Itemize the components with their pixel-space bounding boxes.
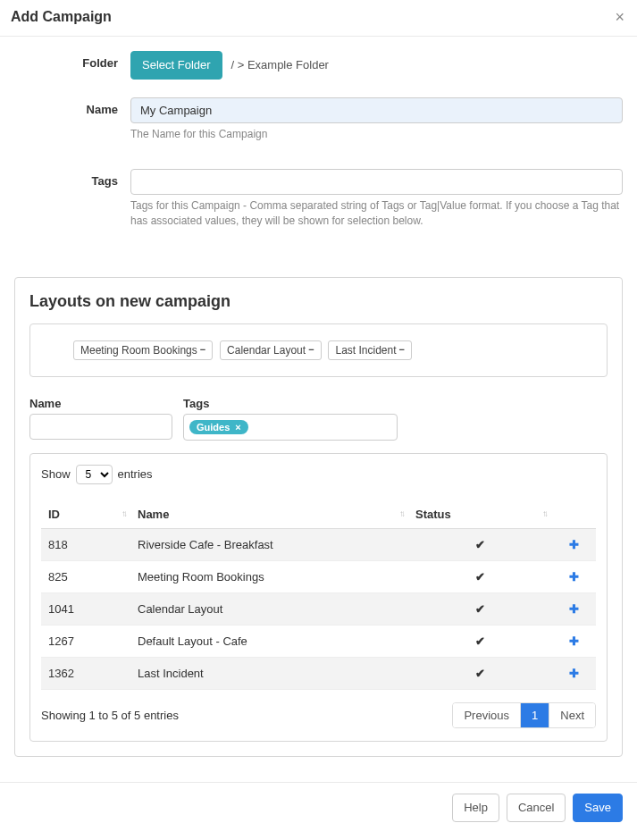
selected-chip[interactable]: Meeting Room Bookings − — [73, 340, 213, 360]
chip-label: Last Incident — [335, 344, 396, 357]
table-info: Showing 1 to 5 of 5 entries — [41, 709, 179, 722]
modal-body: Folder Select Folder / > Example Folder … — [0, 37, 637, 762]
plus-icon[interactable]: ✚ — [569, 667, 579, 680]
table-footer: Showing 1 to 5 of 5 entries Previous 1 N… — [41, 702, 596, 728]
name-label: Name — [14, 97, 130, 155]
cell-id: 1041 — [41, 592, 130, 625]
selected-layouts: Meeting Room Bookings − Calendar Layout … — [29, 323, 608, 377]
cell-name: Riverside Cafe - Breakfast — [130, 528, 408, 560]
name-help: The Name for this Campaign — [130, 127, 623, 142]
minus-icon[interactable]: − — [399, 345, 405, 355]
cell-add: ✚ — [551, 592, 596, 625]
close-icon[interactable]: × — [615, 9, 624, 25]
col-id-label: ID — [48, 508, 60, 521]
col-status[interactable]: Status ↑↓ — [408, 500, 551, 529]
table-row: 1267Default Layout - Cafe✔✚ — [41, 625, 596, 657]
tag-pill[interactable]: Guides × — [189, 420, 248, 434]
filter-name-label: Name — [29, 397, 172, 410]
folder-label: Folder — [14, 51, 130, 80]
sort-icon: ↑↓ — [122, 511, 125, 517]
cell-name: Calendar Layout — [130, 592, 408, 625]
help-button[interactable]: Help — [452, 794, 499, 822]
tags-input[interactable] — [130, 169, 623, 195]
col-status-label: Status — [415, 508, 451, 521]
folder-control: Select Folder / > Example Folder — [130, 51, 623, 80]
filter-row: Name Tags Guides × — [29, 397, 608, 441]
selected-chip[interactable]: Calendar Layout − — [220, 340, 322, 360]
cell-name: Last Incident — [130, 657, 408, 689]
layouts-panel-title: Layouts on new campaign — [29, 292, 608, 311]
folder-breadcrumb: / > Example Folder — [230, 58, 328, 71]
table-panel: Show 5 entries ID ↑↓ Name ↑↓ — [29, 453, 608, 742]
table-row: 818Riverside Cafe - Breakfast✔✚ — [41, 528, 596, 560]
length-select[interactable]: 5 — [76, 465, 113, 484]
tags-label: Tags — [14, 169, 130, 241]
plus-icon[interactable]: ✚ — [569, 634, 579, 648]
folder-row: Folder Select Folder / > Example Folder — [14, 51, 623, 80]
selected-chip[interactable]: Last Incident − — [328, 340, 411, 360]
col-add — [551, 500, 596, 529]
cell-name: Meeting Room Bookings — [130, 560, 408, 592]
length-show: Show — [41, 467, 71, 481]
cell-id: 825 — [41, 560, 130, 592]
save-button[interactable]: Save — [573, 794, 623, 822]
cell-status: ✔ — [408, 592, 551, 625]
cell-status: ✔ — [408, 528, 551, 560]
check-icon: ✔ — [475, 570, 485, 584]
filter-name-input[interactable] — [29, 414, 172, 440]
minus-icon[interactable]: − — [200, 345, 205, 355]
modal-header: Add Campaign × — [0, 0, 637, 37]
layouts-table: ID ↑↓ Name ↑↓ Status ↑↓ — [41, 500, 596, 690]
cell-add: ✚ — [551, 528, 596, 560]
minus-icon[interactable]: − — [308, 345, 314, 355]
tags-control: Tags for this Campaign - Comma separated… — [130, 169, 623, 241]
sort-icon: ↑↓ — [542, 511, 546, 517]
col-name[interactable]: Name ↑↓ — [130, 500, 408, 529]
cell-add: ✚ — [551, 560, 596, 592]
sort-icon: ↑↓ — [399, 511, 403, 517]
col-name-label: Name — [138, 508, 169, 521]
filter-tags-label: Tags — [183, 397, 398, 410]
cell-status: ✔ — [408, 560, 551, 592]
page-previous[interactable]: Previous — [453, 703, 520, 727]
check-icon: ✔ — [475, 634, 485, 648]
name-control: The Name for this Campaign — [130, 97, 623, 155]
select-folder-button[interactable]: Select Folder — [130, 51, 222, 80]
length-entries: entries — [118, 467, 153, 481]
check-icon: ✔ — [475, 667, 485, 680]
filter-tags-input[interactable]: Guides × — [183, 414, 398, 441]
plus-icon[interactable]: ✚ — [569, 602, 579, 616]
table-row: 825Meeting Room Bookings✔✚ — [41, 560, 596, 592]
plus-icon[interactable]: ✚ — [569, 570, 579, 584]
filter-tags-col: Tags Guides × — [183, 397, 398, 441]
cell-id: 1362 — [41, 657, 130, 689]
table-row: 1041Calendar Layout✔✚ — [41, 592, 596, 625]
name-input[interactable] — [130, 97, 623, 123]
layouts-panel: Layouts on new campaign Meeting Room Boo… — [14, 277, 623, 757]
page-1[interactable]: 1 — [520, 703, 549, 727]
modal-title: Add Campaign — [11, 9, 112, 25]
remove-tag-icon[interactable]: × — [235, 422, 240, 433]
chip-label: Calendar Layout — [227, 344, 306, 357]
cell-add: ✚ — [551, 657, 596, 689]
tags-row: Tags Tags for this Campaign - Comma sepa… — [14, 169, 623, 241]
check-icon: ✔ — [475, 538, 485, 551]
chip-label: Meeting Room Bookings — [80, 344, 197, 357]
cell-status: ✔ — [408, 657, 551, 689]
cell-name: Default Layout - Cafe — [130, 625, 408, 657]
cell-add: ✚ — [551, 625, 596, 657]
tag-pill-label: Guides — [197, 422, 230, 433]
col-id[interactable]: ID ↑↓ — [41, 500, 130, 529]
page-next[interactable]: Next — [549, 703, 595, 727]
pagination: Previous 1 Next — [452, 702, 596, 728]
plus-icon[interactable]: ✚ — [569, 538, 579, 551]
cell-id: 818 — [41, 528, 130, 560]
cell-id: 1267 — [41, 625, 130, 657]
cell-status: ✔ — [408, 625, 551, 657]
tags-help: Tags for this Campaign - Comma separated… — [130, 198, 623, 229]
table-length: Show 5 entries — [41, 465, 596, 484]
cancel-button[interactable]: Cancel — [507, 794, 566, 822]
table-row: 1362Last Incident✔✚ — [41, 657, 596, 689]
check-icon: ✔ — [475, 602, 485, 616]
filter-name-col: Name — [29, 397, 172, 441]
